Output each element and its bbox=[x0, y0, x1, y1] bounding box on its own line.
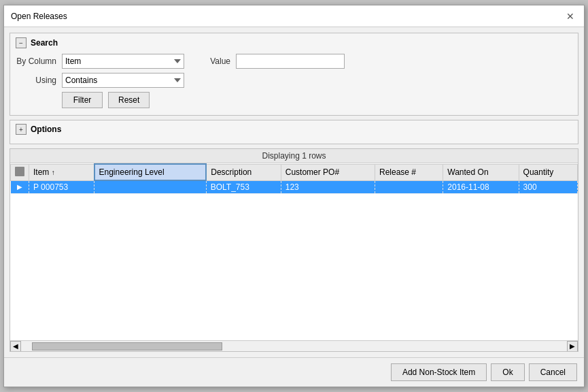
options-expand-button[interactable]: + bbox=[16, 124, 27, 135]
filter-buttons-row: Filter Reset bbox=[62, 92, 572, 108]
search-panel-title: Search bbox=[31, 38, 58, 48]
search-panel-header: − Search bbox=[16, 37, 572, 48]
value-label: Value bbox=[190, 56, 230, 66]
column-select[interactable]: Item Engineering Level Description Custo… bbox=[62, 54, 184, 69]
table-header-row: Item Engineering Level Description Custo… bbox=[11, 164, 578, 180]
reset-button[interactable]: Reset bbox=[108, 92, 150, 108]
cancel-button[interactable]: Cancel bbox=[529, 363, 577, 381]
cell-item: P 000753 bbox=[29, 180, 94, 193]
table-icon bbox=[15, 167, 24, 176]
title-bar: Open Releases ✕ bbox=[4, 5, 584, 27]
scroll-thumb[interactable] bbox=[32, 342, 222, 350]
table-info-bar: Displaying 1 rows bbox=[10, 149, 578, 163]
th-engineering-level[interactable]: Engineering Level bbox=[94, 164, 207, 180]
th-quantity[interactable]: Quantity bbox=[519, 164, 577, 180]
open-releases-dialog: Open Releases ✕ − Search By Column Item … bbox=[3, 5, 585, 387]
search-panel: − Search By Column Item Engineering Leve… bbox=[10, 33, 578, 116]
cell-release-no bbox=[375, 180, 443, 193]
th-item[interactable]: Item bbox=[29, 164, 94, 180]
th-customer-po[interactable]: Customer PO# bbox=[281, 164, 375, 180]
th-row-indicator bbox=[11, 164, 29, 180]
dialog-footer: Add Non-Stock Item Ok Cancel bbox=[4, 357, 584, 387]
search-collapse-button[interactable]: − bbox=[16, 37, 27, 48]
row-arrow: ▶ bbox=[11, 180, 29, 193]
cell-wanted-on: 2016-11-08 bbox=[443, 180, 519, 193]
cell-description: BOLT_753 bbox=[206, 180, 281, 193]
scroll-track[interactable] bbox=[32, 342, 556, 350]
ok-button[interactable]: Ok bbox=[491, 363, 524, 381]
table-wrapper[interactable]: Item Engineering Level Description Custo… bbox=[10, 163, 578, 340]
filter-button[interactable]: Filter bbox=[62, 92, 103, 108]
th-wanted-on[interactable]: Wanted On bbox=[443, 164, 519, 180]
scroll-right-arrow[interactable]: ▶ bbox=[567, 341, 578, 352]
scroll-left-arrow[interactable]: ◀ bbox=[10, 341, 21, 352]
cell-engineering-level bbox=[94, 180, 207, 193]
horizontal-scrollbar[interactable]: ◀ ▶ bbox=[10, 340, 578, 351]
close-button[interactable]: ✕ bbox=[564, 10, 577, 23]
th-description[interactable]: Description bbox=[206, 164, 281, 180]
content-area: − Search By Column Item Engineering Leve… bbox=[4, 27, 584, 357]
options-panel-header: + Options bbox=[16, 124, 572, 135]
using-select[interactable]: Contains Equals Starts With Ends With bbox=[62, 73, 184, 88]
value-input[interactable] bbox=[236, 54, 345, 69]
cell-customer-po: 123 bbox=[281, 180, 375, 193]
table-row[interactable]: ▶ P 000753 BOLT_753 123 2016-11-08 300 bbox=[11, 180, 578, 193]
search-by-column-row: By Column Item Engineering Level Descrip… bbox=[16, 54, 572, 69]
dialog-title: Open Releases bbox=[11, 12, 67, 21]
th-release-no[interactable]: Release # bbox=[375, 164, 443, 180]
table-section: Displaying 1 rows Item Engineering L bbox=[10, 148, 578, 352]
cell-quantity: 300 bbox=[519, 180, 577, 193]
search-using-row: Using Contains Equals Starts With Ends W… bbox=[16, 73, 572, 88]
using-label: Using bbox=[16, 76, 56, 85]
add-non-stock-button[interactable]: Add Non-Stock Item bbox=[391, 363, 487, 381]
options-panel: + Options bbox=[10, 120, 578, 144]
results-table: Item Engineering Level Description Custo… bbox=[10, 163, 578, 194]
options-panel-title: Options bbox=[31, 125, 61, 134]
by-column-label: By Column bbox=[16, 56, 56, 66]
